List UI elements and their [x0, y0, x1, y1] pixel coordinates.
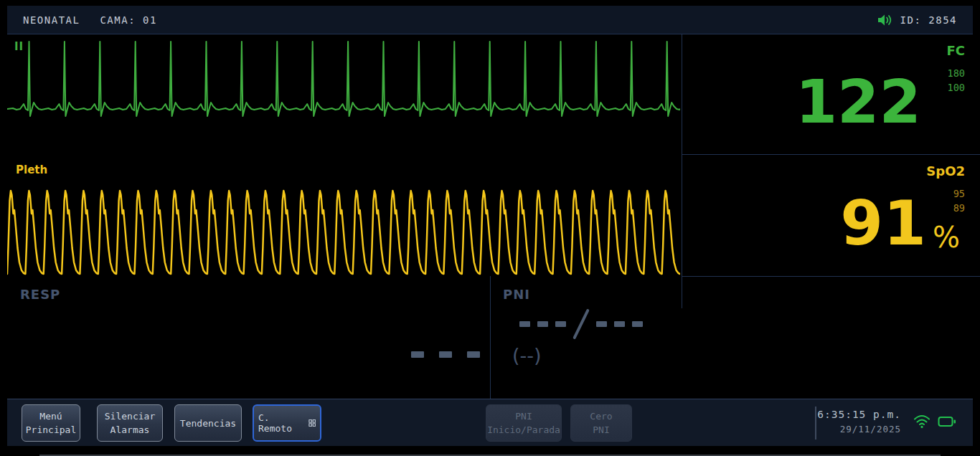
- spo2-tile[interactable]: SpO2 95 89 91 %: [682, 155, 980, 276]
- fc-limit-high: 180: [948, 66, 965, 80]
- grid-icon: [308, 419, 316, 427]
- bed-label: CAMA: 01: [100, 14, 156, 26]
- pleth-label: Pleth: [16, 163, 47, 176]
- pni-tile[interactable]: PNI (--): [491, 277, 980, 399]
- button-label-line1: PNI: [515, 411, 532, 422]
- ecg-waveform: [7, 37, 680, 120]
- clock: 6:35:15 p.m. 29/11/2025: [817, 409, 901, 434]
- button-label-line2: PNI: [593, 424, 609, 435]
- patient-type: NEONATAL: [23, 14, 80, 26]
- spo2-label: SpO2: [926, 163, 965, 179]
- battery-icon: [938, 416, 956, 428]
- pni-value-dashes: [519, 305, 643, 343]
- button-label-line2: Alarmas: [110, 424, 150, 435]
- menu-principal-button[interactable]: Menú Principal: [22, 404, 80, 442]
- waveform-and-vitals-area: II Pleth FC 180 100 122 SpO2 95 89: [0, 34, 980, 399]
- fc-label: FC: [946, 43, 965, 58]
- button-label-line1: Silenciar: [105, 411, 155, 422]
- toolbar-divider: [815, 407, 816, 440]
- fc-alarm-limits: 180 100: [948, 66, 965, 95]
- fc-value: 122: [796, 72, 921, 132]
- button-label-line2: Principal: [26, 424, 76, 435]
- tendencias-button[interactable]: Tendencias: [174, 404, 242, 442]
- spo2-unit: %: [933, 223, 960, 252]
- wifi-icon: [913, 414, 930, 429]
- bottom-toolbar: Menú Principal Silenciar Alarmas Tendenc…: [7, 399, 973, 446]
- fc-limit-low: 100: [948, 80, 965, 95]
- button-label-line1: Tendencias: [180, 418, 236, 429]
- resp-label: RESP: [20, 287, 60, 302]
- button-label-line2: Inicio/Parada: [487, 424, 560, 435]
- button-label-line1: Menú: [39, 411, 62, 422]
- button-label-line1: C. Remoto: [258, 412, 303, 434]
- pni-map-value: (--): [512, 344, 542, 366]
- silenciar-alarmas-button[interactable]: Silenciar Alarmas: [97, 404, 163, 442]
- control-remoto-button[interactable]: C. Remoto: [253, 404, 321, 442]
- resp-tile[interactable]: RESP: [0, 277, 489, 399]
- heart-rate-tile[interactable]: FC 180 100 122: [682, 34, 980, 154]
- pni-label: PNI: [503, 287, 530, 302]
- date-text: 29/11/2025: [817, 424, 901, 434]
- pleth-waveform: [7, 186, 680, 278]
- top-status-bar: NEONATAL CAMA: 01 ID: 2854: [7, 6, 973, 34]
- button-label-line1: Cero: [590, 411, 612, 422]
- patient-id: ID: 2854: [900, 14, 957, 26]
- cero-pni-button: Cero PNI: [570, 404, 632, 442]
- pni-inicio-parada-button: PNI Inicio/Parada: [486, 404, 562, 442]
- spo2-value: 91: [840, 192, 926, 254]
- time-text: 6:35:15 p.m.: [817, 409, 901, 420]
- patient-monitor-screen: NEONATAL CAMA: 01 ID: 2854 II Pleth FC: [0, 0, 980, 456]
- alarm-audio-icon[interactable]: [877, 14, 892, 27]
- resp-value-dashes: [411, 351, 480, 358]
